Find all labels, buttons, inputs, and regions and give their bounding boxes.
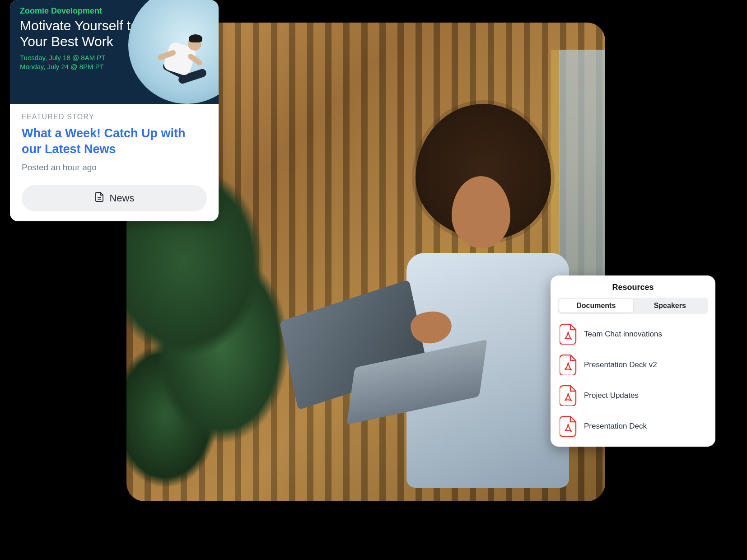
pdf-icon	[560, 324, 577, 345]
list-item[interactable]: Presentation Deck	[560, 416, 706, 437]
list-item[interactable]: Presentation Deck v2	[560, 355, 706, 375]
document-label: Team Chat innovations	[584, 330, 662, 339]
featured-eyebrow: FEATURED STORY	[22, 113, 207, 121]
resources-panel: Resources Documents Speakers Team Chat i…	[551, 275, 715, 447]
tab-speakers[interactable]: Speakers	[633, 299, 707, 313]
resources-tabs: Documents Speakers	[558, 298, 708, 314]
document-icon	[94, 191, 105, 205]
pdf-icon	[560, 416, 577, 437]
pdf-icon	[560, 385, 577, 406]
resources-title: Resources	[558, 283, 708, 292]
news-button-label: News	[109, 192, 134, 204]
news-button[interactable]: News	[22, 185, 207, 211]
tab-documents[interactable]: Documents	[559, 299, 633, 313]
story-title-link[interactable]: What a Week! Catch Up with our Latest Ne…	[22, 126, 207, 157]
pdf-icon	[560, 355, 577, 375]
news-hero: Zoomie Development Motivate Yourself to …	[10, 0, 219, 104]
documents-list: Team Chat innovations Presentation Deck …	[558, 321, 708, 439]
document-label: Project Updates	[584, 391, 639, 400]
person-with-laptop	[316, 104, 569, 501]
news-card: Zoomie Development Motivate Yourself to …	[10, 0, 219, 221]
list-item[interactable]: Project Updates	[560, 385, 706, 406]
document-label: Presentation Deck	[584, 422, 647, 431]
document-label: Presentation Deck v2	[584, 360, 657, 369]
posted-timestamp: Posted an hour ago	[22, 163, 207, 173]
runner-illustration	[148, 31, 216, 103]
list-item[interactable]: Team Chat innovations	[560, 324, 706, 345]
news-body: FEATURED STORY What a Week! Catch Up wit…	[10, 104, 219, 221]
